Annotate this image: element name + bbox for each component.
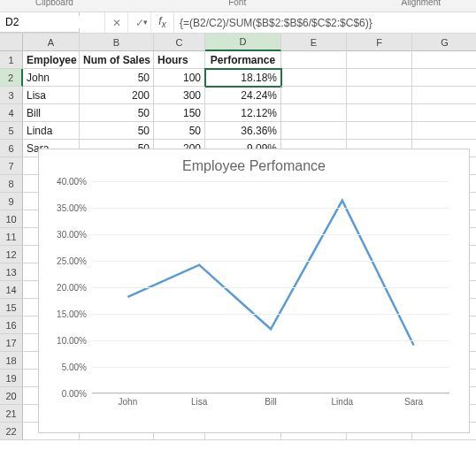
chart-y-tick-label: 10.00%	[44, 336, 87, 346]
chart-y-tick-label: 35.00%	[44, 203, 87, 213]
column-header-B[interactable]: B	[80, 34, 154, 51]
cell-D2[interactable]: 18.18%	[205, 69, 281, 87]
confirm-formula-button[interactable]: ✓	[127, 12, 150, 33]
cell-B4[interactable]: 50	[80, 104, 154, 122]
chart-gridline	[92, 393, 449, 394]
cell-D1[interactable]: Performance	[205, 51, 281, 69]
cell-G5[interactable]	[412, 122, 476, 140]
column-header-D[interactable]: D	[205, 34, 281, 51]
row-header-5[interactable]: 5	[0, 122, 23, 140]
cell-F2[interactable]	[347, 69, 412, 87]
row-header-1[interactable]: 1	[0, 51, 23, 69]
cell-A2[interactable]: John	[23, 69, 80, 87]
chart-gridline	[92, 314, 449, 315]
chart-y-tick-label: 15.00%	[44, 309, 87, 319]
row-header-12[interactable]: 12	[0, 246, 23, 263]
row-header-19[interactable]: 19	[0, 370, 23, 387]
cell-E4[interactable]	[281, 104, 347, 122]
row-header-3[interactable]: 3	[0, 87, 23, 104]
cell-A4[interactable]: Bill	[23, 104, 80, 122]
chart-y-tick-label: 40.00%	[44, 177, 87, 187]
cell-D5[interactable]: 36.36%	[205, 122, 281, 140]
cells-area: ABCDEFG EmployeeNum of SalesHoursPerform…	[23, 34, 476, 450]
row-header-7[interactable]: 7	[0, 157, 23, 175]
row-3: Lisa20030024.24%	[23, 87, 476, 104]
row-header-11[interactable]: 11	[0, 228, 23, 246]
cell-D3[interactable]: 24.24%	[205, 87, 281, 104]
cell-G2[interactable]	[412, 69, 476, 87]
cell-E5[interactable]	[281, 122, 347, 140]
cell-C5[interactable]: 50	[154, 122, 205, 140]
row-header-9[interactable]: 9	[0, 193, 23, 210]
chart-x-tick-label: Lisa	[164, 397, 235, 407]
cell-G4[interactable]	[412, 104, 476, 122]
chart-plot-area: 0.00%5.00%10.00%15.00%20.00%25.00%30.00%…	[92, 181, 449, 393]
chart-x-tick-label: Bill	[235, 397, 307, 407]
row-header-14[interactable]: 14	[0, 281, 23, 299]
cell-G3[interactable]	[412, 87, 476, 104]
cell-B1[interactable]: Num of Sales	[80, 51, 154, 69]
row-5: Linda505036.36%	[23, 122, 476, 140]
chart-gridline	[92, 181, 449, 182]
cell-E2[interactable]	[281, 69, 347, 87]
row-header-15[interactable]: 15	[0, 299, 23, 317]
row-2: John5010018.18%	[23, 69, 476, 87]
ribbon-group-font: Font	[228, 0, 246, 9]
cell-C1[interactable]: Hours	[154, 51, 205, 69]
insert-function-button[interactable]: fx	[150, 12, 173, 33]
cell-A5[interactable]: Linda	[23, 122, 80, 140]
row-header-18[interactable]: 18	[0, 352, 23, 370]
chart-gridline	[92, 208, 449, 209]
formula-bar-row: ▾ ✕ ✓ fx {=(B2/C2)/SUM($B$2:$B$6/$C$2:$C…	[0, 12, 476, 34]
embedded-chart[interactable]: Employee Perfomance 0.00%5.00%10.00%15.0…	[38, 149, 470, 433]
formula-input[interactable]: {=(B2/C2)/SUM($B$2:$B$6/$C$2:$C$6)}	[173, 12, 476, 33]
row-header-4[interactable]: 4	[0, 104, 23, 122]
row-header-13[interactable]: 13	[0, 263, 23, 281]
cell-E3[interactable]	[281, 87, 347, 104]
row-header-8[interactable]: 8	[0, 175, 23, 193]
cell-C3[interactable]: 300	[154, 87, 205, 104]
chart-y-tick-label: 0.00%	[44, 389, 87, 399]
row-header-10[interactable]: 10	[0, 210, 23, 228]
column-headers: ABCDEFG	[23, 34, 476, 51]
name-box[interactable]: ▾	[0, 12, 80, 33]
cell-F3[interactable]	[347, 87, 412, 104]
column-header-G[interactable]: G	[412, 34, 476, 51]
row-4: Bill5015012.12%	[23, 104, 476, 122]
cancel-formula-button[interactable]: ✕	[104, 12, 127, 33]
cell-F5[interactable]	[347, 122, 412, 140]
column-header-C[interactable]: C	[154, 34, 205, 51]
cell-G1[interactable]	[412, 51, 476, 69]
cell-B2[interactable]: 50	[80, 69, 154, 87]
row-header-16[interactable]: 16	[0, 317, 23, 334]
check-icon: ✓	[135, 17, 144, 29]
cell-A3[interactable]: Lisa	[23, 87, 80, 104]
cell-A1[interactable]: Employee	[23, 51, 80, 69]
column-header-F[interactable]: F	[347, 34, 412, 51]
row-header-21[interactable]: 21	[0, 405, 23, 423]
cell-C2[interactable]: 100	[154, 69, 205, 87]
chart-x-labels: JohnLisaBillLindaSara	[92, 397, 449, 407]
cell-C4[interactable]: 150	[154, 104, 205, 122]
chart-x-tick-label: John	[92, 397, 164, 407]
chart-gridline	[92, 287, 449, 288]
row-header-17[interactable]: 17	[0, 334, 23, 352]
cell-D4[interactable]: 12.12%	[205, 104, 281, 122]
row-header-20[interactable]: 20	[0, 387, 23, 405]
chart-gridline	[92, 261, 449, 262]
cell-E1[interactable]	[281, 51, 347, 69]
cell-F1[interactable]	[347, 51, 412, 69]
cell-F4[interactable]	[347, 104, 412, 122]
ribbon-group-alignment: Alignment	[402, 0, 441, 9]
cell-B5[interactable]: 50	[80, 122, 154, 140]
chart-y-tick-label: 5.00%	[44, 362, 87, 372]
column-header-A[interactable]: A	[23, 34, 80, 51]
row-header-22[interactable]: 22	[0, 423, 23, 440]
cell-B3[interactable]: 200	[80, 87, 154, 104]
column-header-E[interactable]: E	[281, 34, 347, 51]
row-headers: 12345678910111213141516171819202122	[0, 34, 23, 450]
row-header-2[interactable]: 2	[0, 69, 23, 87]
select-all-corner[interactable]	[0, 34, 23, 51]
chart-gridline	[92, 340, 449, 341]
row-header-6[interactable]: 6	[0, 140, 23, 157]
